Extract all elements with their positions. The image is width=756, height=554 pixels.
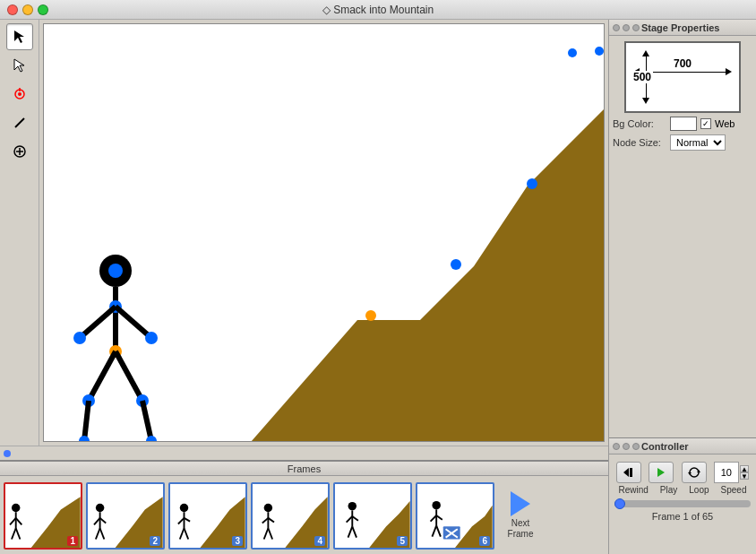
control-point-1[interactable] <box>568 48 577 57</box>
svg-line-28 <box>184 517 190 521</box>
progress-bar[interactable] <box>614 500 751 507</box>
svg-point-3 <box>18 92 21 96</box>
panel-window-controls[interactable] <box>613 24 640 31</box>
play-button[interactable] <box>649 462 674 483</box>
rotate-tool-button[interactable] <box>6 81 33 108</box>
frame-thumb-5[interactable]: 5 <box>333 482 412 550</box>
svg-line-44 <box>352 526 357 537</box>
svg-line-13 <box>10 517 16 524</box>
svg-line-20 <box>94 517 100 524</box>
progress-thumb[interactable] <box>614 498 625 509</box>
controller-panel: Controller <box>609 437 756 554</box>
right-arm <box>116 307 151 338</box>
select-tool-button[interactable] <box>6 23 33 50</box>
svg-line-41 <box>347 515 353 522</box>
control-point-2[interactable] <box>595 47 604 56</box>
head-joint[interactable] <box>108 264 123 278</box>
svg-line-14 <box>16 517 22 524</box>
web-checkbox[interactable]: ✓ <box>700 118 711 129</box>
window-controls[interactable] <box>7 4 48 15</box>
speed-label: Speed <box>721 485 747 495</box>
canvas-area <box>0 20 608 446</box>
right-panel: Stage Properties 700 <box>608 20 756 554</box>
speed-input[interactable] <box>714 462 739 483</box>
control-point-5[interactable] <box>451 259 461 270</box>
right-upper-leg <box>116 351 142 401</box>
svg-point-39 <box>348 501 357 509</box>
ctrl-dot-2[interactable] <box>623 443 630 450</box>
bg-color-swatch[interactable] <box>670 117 697 131</box>
frame-thumb-1[interactable]: 1 <box>4 482 82 550</box>
right-lower-leg <box>142 401 151 441</box>
svg-line-43 <box>348 526 353 537</box>
panel-dot-2[interactable] <box>623 24 630 31</box>
frame-thumb-4[interactable]: 4 <box>251 482 330 550</box>
controller-window-controls[interactable] <box>613 443 640 450</box>
width-value-display: 700 <box>671 57 694 70</box>
subselect-tool-button[interactable] <box>6 52 33 79</box>
left-upper-leg <box>89 351 116 401</box>
controller-title: Controller <box>641 441 689 452</box>
next-frame-button[interactable]: NextFrame <box>498 482 543 550</box>
svg-point-11 <box>12 503 20 511</box>
svg-line-27 <box>178 517 185 524</box>
speed-stepper[interactable]: ▲ ▼ <box>740 465 749 480</box>
canvas-bottom-bar <box>0 446 608 460</box>
circle-plus-tool-button[interactable] <box>6 138 33 165</box>
stage-properties-title: Stage Properties <box>641 22 719 33</box>
maximize-button[interactable] <box>38 4 48 15</box>
bg-color-row: Bg Color: ✓ Web <box>613 117 752 131</box>
speed-down-button[interactable]: ▼ <box>740 472 749 480</box>
svg-marker-55 <box>623 468 629 477</box>
minimize-button[interactable] <box>22 4 33 15</box>
controller-labels: Rewind Play Loop Speed <box>613 485 752 495</box>
svg-marker-1 <box>14 59 24 72</box>
svg-line-35 <box>268 517 274 522</box>
svg-line-36 <box>264 528 269 539</box>
svg-line-51 <box>436 525 441 536</box>
svg-line-37 <box>268 528 272 539</box>
frame-number-3: 3 <box>232 536 243 546</box>
frame-thumb-3[interactable]: 3 <box>168 482 247 550</box>
loop-button[interactable] <box>682 462 707 483</box>
web-label: Web <box>715 118 735 129</box>
bg-color-label: Bg Color: <box>613 118 666 129</box>
svg-point-25 <box>180 503 188 511</box>
controller-buttons: ▲ ▼ <box>613 462 752 483</box>
frame-info: Frame 1 of 65 <box>613 511 752 522</box>
svg-line-16 <box>16 528 21 539</box>
ctrl-dot-1[interactable] <box>613 443 620 450</box>
right-foot-joint[interactable] <box>146 436 157 442</box>
stage-canvas[interactable] <box>43 23 605 442</box>
window-title: ◇ Smack into Mountain <box>322 4 434 16</box>
left-foot-joint[interactable] <box>79 436 90 442</box>
svg-line-42 <box>352 515 358 520</box>
svg-line-30 <box>184 528 188 539</box>
close-button[interactable] <box>7 4 18 15</box>
right-hand-joint[interactable] <box>145 332 158 344</box>
panel-dot-1[interactable] <box>613 24 620 31</box>
svg-point-46 <box>432 500 440 508</box>
node-size-row: Node Size: Small Normal Large <box>613 134 752 151</box>
next-frame-arrow-icon <box>511 491 530 516</box>
frame-thumb-6[interactable]: 6 <box>416 482 494 550</box>
svg-point-18 <box>96 503 104 511</box>
next-frame-label: NextFrame <box>508 518 534 540</box>
knife-tool-button[interactable] <box>6 109 33 136</box>
svg-rect-56 <box>630 468 632 477</box>
height-value-display: 500 <box>631 71 653 83</box>
toolbar <box>0 20 39 446</box>
panel-dot-3[interactable] <box>632 24 640 31</box>
stage-diagram: 700 500 <box>624 41 741 113</box>
frame-number-6: 6 <box>479 536 490 546</box>
node-size-select[interactable]: Small Normal Large <box>670 134 726 151</box>
svg-line-15 <box>12 528 16 539</box>
ctrl-dot-3[interactable] <box>632 443 640 450</box>
control-point-4[interactable] <box>527 178 537 189</box>
frames-panel: Frames 1 <box>0 460 608 554</box>
frame-thumb-2[interactable]: 2 <box>86 482 165 550</box>
svg-line-29 <box>180 528 185 539</box>
left-hand-joint[interactable] <box>73 332 86 344</box>
control-point-orange-mid[interactable] <box>365 310 376 321</box>
rewind-button[interactable] <box>616 462 641 483</box>
